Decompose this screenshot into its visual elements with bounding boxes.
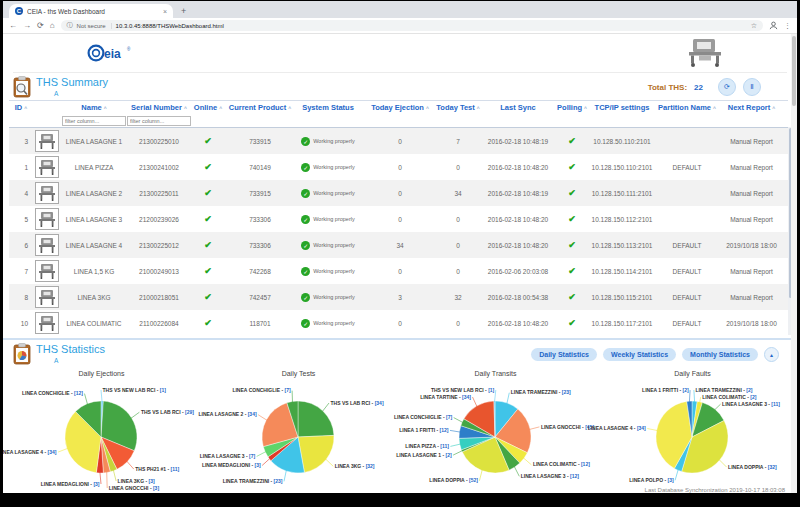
column-header-product[interactable]: Current Product^	[225, 101, 295, 114]
cell-product: 733915	[225, 180, 295, 206]
table-row[interactable]: 7 LINEA 1,5 KG21000249013✔742268✓Working…	[9, 258, 788, 284]
weekly-statistics-button[interactable]: Weekly Statistics	[603, 348, 676, 361]
column-header-partition[interactable]: Partition Name^	[659, 101, 715, 114]
sort-caret-icon[interactable]: ^	[104, 105, 107, 111]
pie-label: THS VS NEW LAB RCI - [1]	[431, 387, 495, 393]
polling-check-icon: ✔	[568, 292, 576, 302]
sort-caret-icon[interactable]: ^	[288, 105, 291, 111]
sort-caret-icon[interactable]: ^	[24, 105, 27, 111]
table-row[interactable]: 3 LINEA LASAGNE 121300225010✔733915✓Work…	[9, 128, 788, 154]
info-icon[interactable]: ⓘ	[67, 21, 73, 30]
sort-caret-icon[interactable]: ^	[426, 105, 429, 111]
cell-partition	[659, 180, 715, 206]
pie-chart-daily-faults: LINEA TRAMEZZINI - [2]LINEA COLIMATIC - …	[594, 377, 791, 493]
reload-icon[interactable]: ⟳	[37, 21, 44, 30]
cell-online: ✔	[191, 206, 225, 232]
column-header-serial[interactable]: Serial Number^	[127, 101, 191, 114]
profile-icon[interactable]	[769, 21, 778, 30]
table-row[interactable]: 8 LINEA 3KG21000218051✔742457✓Working pr…	[9, 284, 788, 310]
filter-cell	[715, 114, 788, 127]
table-row[interactable]: 6 LINEA LASAGNE 421300225012✔733306✓Work…	[9, 232, 788, 258]
bookmark-star-icon[interactable]: ☆	[751, 22, 757, 30]
pie-label-line	[719, 459, 727, 467]
browser-window: C CEIA - ths Web Dashboard × + ← → ⟳ ⌂ ⓘ…	[3, 1, 797, 493]
cell-serial: 21300225011	[127, 180, 191, 206]
tab-strip: C CEIA - ths Web Dashboard × +	[3, 1, 797, 18]
column-header-ejection[interactable]: Today Ejection^	[361, 101, 439, 114]
column-header-id[interactable]: ID^	[9, 101, 33, 114]
url-field[interactable]: ⓘ Not secure 10.3.0.45:8888/THSWebDashbo…	[61, 20, 763, 31]
status-text: Working properly	[313, 164, 354, 170]
statistics-collapse[interactable]: A	[54, 357, 105, 364]
page-scrollbar-thumb[interactable]	[792, 36, 796, 106]
column-header-test[interactable]: Today Test^	[439, 101, 477, 114]
online-check-icon: ✔	[204, 162, 212, 172]
page-scrollbar[interactable]	[791, 34, 797, 493]
new-tab-button[interactable]: +	[181, 6, 186, 16]
favicon-icon: C	[15, 7, 23, 15]
table-row[interactable]: 4 LINEA LASAGNE 221300225011✔733915✓Work…	[9, 180, 788, 206]
daily-statistics-button[interactable]: Daily Statistics	[531, 348, 597, 361]
column-header-name[interactable]: Name^	[61, 101, 127, 114]
sort-caret-icon[interactable]: ^	[772, 105, 775, 111]
cell-online: ✔	[191, 310, 225, 336]
summary-collapse[interactable]: A	[54, 90, 108, 97]
total-ths-label: Total THS:	[648, 83, 687, 92]
sort-caret-icon[interactable]: ^	[184, 105, 187, 111]
pie-label: LINEA DOPPIA - [52]	[429, 477, 478, 483]
column-label: Name	[81, 103, 101, 112]
column-header-polling[interactable]: Polling^	[559, 101, 585, 114]
pie-label: LINEA 3KG - [32]	[335, 463, 375, 469]
cell-serial: 21200239026	[127, 206, 191, 232]
pie-label-line	[454, 418, 463, 423]
cell-ejection: 0	[361, 310, 439, 336]
pie-label-line	[714, 404, 720, 410]
url-text: 10.3.0.45:8888/THSWebDashboard.html	[116, 23, 747, 29]
filter-cell	[295, 114, 361, 127]
column-header-next_report[interactable]: Next Report^	[715, 101, 788, 114]
filter-cell	[191, 114, 225, 127]
cell-next_report: Manual Report	[715, 128, 788, 154]
cell-serial: 21300225012	[127, 232, 191, 258]
cell-serial: 21300241002	[127, 154, 191, 180]
cell-next_report: Manual Report	[715, 180, 788, 206]
menu-dots-icon[interactable]: ⋮	[784, 22, 791, 30]
cell-online: ✔	[191, 258, 225, 284]
machine-thumbnail	[35, 130, 59, 152]
pie-label: LINEA PIZZA - [11]	[405, 443, 449, 449]
cell-polling: ✔	[559, 258, 585, 284]
cell-partition: DEFAULT	[659, 232, 715, 258]
table-row[interactable]: 1 LINEA PIZZA21300241002✔740149✓Working …	[9, 154, 788, 180]
status-badge: ✓Working properly	[301, 267, 354, 276]
sync-button[interactable]: ⟳	[718, 78, 736, 96]
cell-name: LINEA PIZZA	[61, 154, 127, 180]
table-filter-row	[9, 114, 788, 128]
monthly-statistics-button[interactable]: Monthly Statistics	[682, 348, 758, 361]
pie-chart-daily-tests: THS VS LAB RCI - [34]LINEA 3KG - [32]LIN…	[200, 377, 397, 493]
cell-name: LINEA LASAGNE 4	[61, 232, 127, 258]
cell-test: 0	[439, 206, 477, 232]
collapse-section-button[interactable]: ▴	[764, 347, 779, 362]
browser-tab[interactable]: C CEIA - ths Web Dashboard ×	[9, 4, 173, 18]
name-filter-input[interactable]	[62, 116, 126, 126]
cell-tcpip: 10.128.150.117:2101	[585, 310, 659, 336]
pie-label-line	[131, 412, 140, 418]
table-row[interactable]: 5 LINEA LASAGNE 321200239026✔733306✓Work…	[9, 206, 788, 232]
home-icon[interactable]: ⌂	[50, 21, 55, 30]
tab-close-icon[interactable]: ×	[163, 8, 167, 15]
back-icon[interactable]: ←	[9, 21, 17, 30]
status-text: Working properly	[313, 294, 354, 300]
screen: { "browser": { "tab_title": "CEIA - ths …	[0, 0, 800, 507]
pie-label-line	[675, 469, 678, 480]
table-row[interactable]: 10 LINEA COLIMATIC21100226084✔118701✓Wor…	[9, 310, 788, 336]
cell-status: ✓Working properly	[295, 206, 361, 232]
serial-filter-input[interactable]	[127, 116, 191, 126]
status-ok-icon: ✓	[301, 241, 310, 250]
column-header-online[interactable]: Online^	[191, 101, 225, 114]
cell-next_report: Manual Report	[715, 258, 788, 284]
pause-button[interactable]: Ⅱ	[743, 78, 761, 96]
sort-caret-icon[interactable]: ^	[219, 105, 222, 111]
column-label: Online	[194, 103, 217, 112]
forward-icon[interactable]: →	[23, 21, 31, 30]
pie-label: LINEA LASAGNE 4 - [34]	[588, 425, 646, 431]
